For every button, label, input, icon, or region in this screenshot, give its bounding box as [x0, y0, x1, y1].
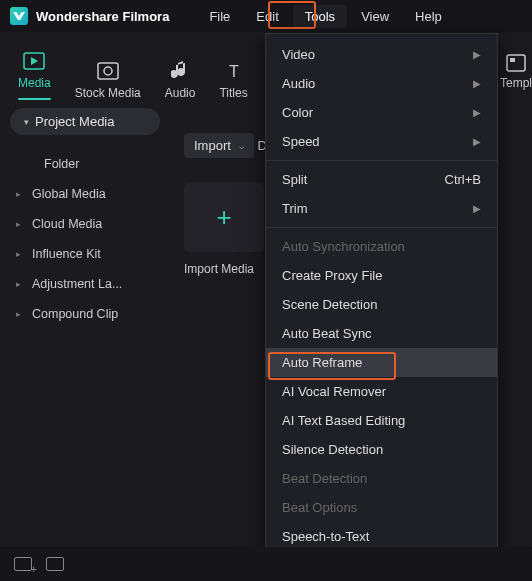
menu-item-label: Auto Synchronization — [282, 239, 405, 254]
tools-dropdown: Video▶Audio▶Color▶Speed▶SplitCtrl+BTrim▶… — [265, 33, 498, 581]
menu-item-label: AI Vocal Remover — [282, 384, 386, 399]
menu-edit[interactable]: Edit — [244, 5, 290, 28]
chevron-right-icon: ▸ — [16, 189, 24, 199]
tab-label: Templ — [500, 76, 532, 90]
menu-item-label: Speed — [282, 134, 320, 149]
menu-item-label: Beat Detection — [282, 471, 367, 486]
titles-icon: T — [223, 60, 245, 82]
chevron-down-icon: ⌵ — [239, 141, 244, 151]
sidebar: ▾ Project Media Folder ▸Global Media ▸Cl… — [0, 108, 170, 329]
chip-label: Project Media — [35, 114, 114, 129]
menu-item-split[interactable]: SplitCtrl+B — [266, 165, 497, 194]
tab-label: Stock Media — [75, 86, 141, 100]
chevron-right-icon: ▶ — [473, 78, 481, 89]
import-button[interactable]: Import ⌵ — [184, 133, 254, 158]
sidebar-item-adjustment-layer[interactable]: ▸Adjustment La... — [10, 269, 160, 299]
tab-stock-media[interactable]: Stock Media — [75, 60, 141, 100]
menu-help[interactable]: Help — [403, 5, 454, 28]
chevron-right-icon: ▶ — [473, 136, 481, 147]
menu-item-label: Audio — [282, 76, 315, 91]
menu-item-auto-synchronization: Auto Synchronization — [266, 232, 497, 261]
new-folder-icon[interactable] — [14, 557, 32, 571]
menu-item-ai-vocal-remover[interactable]: AI Vocal Remover — [266, 377, 497, 406]
menu-item-audio[interactable]: Audio▶ — [266, 69, 497, 98]
plus-icon: + — [216, 202, 231, 233]
sidebar-item-cloud-media[interactable]: ▸Cloud Media — [10, 209, 160, 239]
menu-item-label: Speech-to-Text — [282, 529, 369, 544]
menu-item-trim[interactable]: Trim▶ — [266, 194, 497, 223]
menu-item-beat-options: Beat Options — [266, 493, 497, 522]
sidebar-item-label: Adjustment La... — [32, 277, 122, 291]
menu-item-beat-detection: Beat Detection — [266, 464, 497, 493]
tab-label: Titles — [219, 86, 247, 100]
menu-item-label: Auto Beat Sync — [282, 326, 372, 341]
sidebar-folder[interactable]: Folder — [10, 149, 160, 179]
chevron-right-icon: ▸ — [16, 279, 24, 289]
separator — [266, 160, 497, 161]
tab-media[interactable]: Media — [18, 50, 51, 100]
svg-rect-5 — [510, 58, 515, 62]
menu-item-label: Video — [282, 47, 315, 62]
chevron-right-icon: ▶ — [473, 49, 481, 60]
sidebar-item-label: Global Media — [32, 187, 106, 201]
menu-bar: File Edit Tools View Help — [197, 5, 453, 28]
bottom-bar — [0, 547, 532, 581]
menu-item-label: Trim — [282, 201, 308, 216]
folder-icon[interactable] — [46, 557, 64, 571]
tab-label: Audio — [165, 86, 196, 100]
menu-item-label: Color — [282, 105, 313, 120]
chevron-down-icon: ▾ — [24, 117, 29, 127]
menu-item-label: Split — [282, 172, 307, 187]
shortcut-label: Ctrl+B — [445, 172, 481, 187]
svg-text:T: T — [229, 63, 239, 80]
menu-item-label: Scene Detection — [282, 297, 377, 312]
menu-file[interactable]: File — [197, 5, 242, 28]
tab-label: Media — [18, 76, 51, 90]
chevron-right-icon: ▸ — [16, 309, 24, 319]
menu-item-auto-reframe[interactable]: Auto Reframe — [266, 348, 497, 377]
audio-icon — [169, 60, 191, 82]
menu-item-scene-detection[interactable]: Scene Detection — [266, 290, 497, 319]
tab-audio[interactable]: Audio — [165, 60, 196, 100]
media-icon — [23, 50, 45, 72]
menu-view[interactable]: View — [349, 5, 401, 28]
sidebar-item-label: Cloud Media — [32, 217, 102, 231]
title-bar: Wondershare Filmora File Edit Tools View… — [0, 0, 532, 32]
separator — [266, 227, 497, 228]
sidebar-item-label: Influence Kit — [32, 247, 101, 261]
menu-item-label: Beat Options — [282, 500, 357, 515]
menu-item-color[interactable]: Color▶ — [266, 98, 497, 127]
menu-item-label: Create Proxy File — [282, 268, 382, 283]
sidebar-item-global-media[interactable]: ▸Global Media — [10, 179, 160, 209]
app-title: Wondershare Filmora — [36, 9, 169, 24]
menu-tools[interactable]: Tools — [293, 5, 347, 28]
chevron-right-icon: ▶ — [473, 107, 481, 118]
import-drop-area[interactable]: + — [184, 182, 264, 252]
svg-rect-4 — [507, 55, 525, 71]
menu-item-video[interactable]: Video▶ — [266, 40, 497, 69]
menu-item-create-proxy-file[interactable]: Create Proxy File — [266, 261, 497, 290]
sidebar-item-compound-clip[interactable]: ▸Compound Clip — [10, 299, 160, 329]
menu-item-label: Silence Detection — [282, 442, 383, 457]
menu-item-label: Auto Reframe — [282, 355, 362, 370]
tab-titles[interactable]: T Titles — [219, 60, 247, 100]
menu-item-speed[interactable]: Speed▶ — [266, 127, 497, 156]
svg-rect-1 — [98, 63, 118, 79]
chevron-right-icon: ▸ — [16, 219, 24, 229]
menu-item-silence-detection[interactable]: Silence Detection — [266, 435, 497, 464]
project-media-chip[interactable]: ▾ Project Media — [10, 108, 160, 135]
app-logo-icon — [10, 7, 28, 25]
tab-templates[interactable]: Templ — [500, 54, 532, 90]
stock-media-icon — [97, 60, 119, 82]
menu-item-label: AI Text Based Editing — [282, 413, 405, 428]
import-label: Import — [194, 138, 231, 153]
sidebar-item-label: Compound Clip — [32, 307, 118, 321]
menu-item-ai-text-based-editing[interactable]: AI Text Based Editing — [266, 406, 497, 435]
folder-label: Folder — [44, 157, 79, 171]
svg-point-2 — [104, 67, 112, 75]
sidebar-item-influence-kit[interactable]: ▸Influence Kit — [10, 239, 160, 269]
templates-icon — [506, 54, 526, 72]
chevron-right-icon: ▶ — [473, 203, 481, 214]
menu-item-auto-beat-sync[interactable]: Auto Beat Sync — [266, 319, 497, 348]
chevron-right-icon: ▸ — [16, 249, 24, 259]
